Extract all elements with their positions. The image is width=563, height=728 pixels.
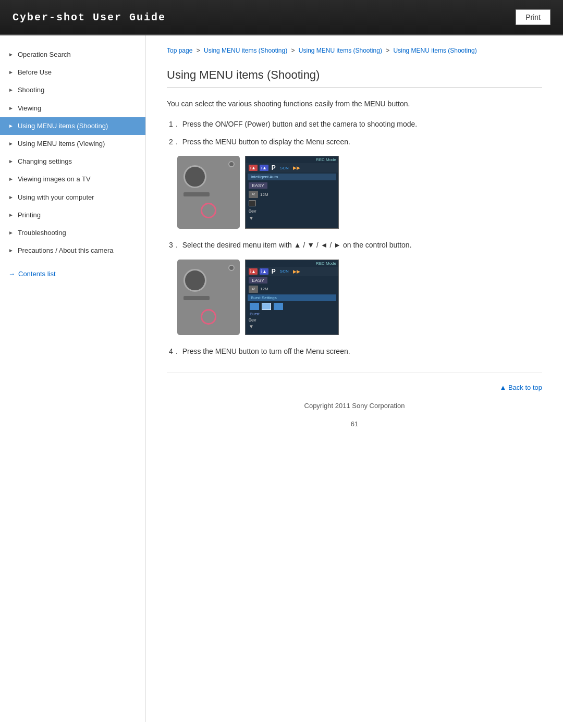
icon-scn-2: SCN	[279, 269, 290, 274]
menu-item-res-2: 4/ 12M	[246, 285, 338, 294]
arrow-icon: ►	[8, 122, 14, 130]
burst-icons-row	[246, 302, 338, 311]
step-1: 1． Press the ON/OFF (Power) button and s…	[167, 118, 542, 130]
arrow-icon: ►	[8, 105, 14, 112]
down-arrow: ▼	[249, 215, 254, 221]
icon-ia: i▲	[249, 165, 258, 171]
icon-scn: SCN	[279, 166, 290, 170]
arrow-icon: ►	[8, 158, 14, 165]
menu-item-easy: EASY	[246, 181, 338, 190]
breadcrumb-crumb2[interactable]: Using MENU items (Shooting)	[299, 47, 382, 54]
content-area: Top page > Using MENU items (Shooting) >…	[146, 35, 563, 722]
sidebar-item-using-menu-shooting[interactable]: ► Using MENU items (Shooting)	[0, 117, 145, 135]
arrow-icon: ►	[8, 69, 14, 76]
step-1-text: Press the ON/OFF (Power) button and set …	[182, 120, 418, 128]
camera-control-dial-2	[201, 309, 216, 325]
sidebar-item-changing-settings[interactable]: ► Changing settings	[0, 153, 145, 170]
ev-text: 0ev	[249, 208, 256, 214]
sidebar-item-using-menu-viewing[interactable]: ► Using MENU items (Viewing)	[0, 135, 145, 153]
intro-text: You can select the various shooting func…	[167, 98, 542, 109]
copyright-text: Copyright 2011 Sony Corporation	[167, 402, 542, 410]
sidebar-item-shooting[interactable]: ► Shooting	[0, 81, 145, 99]
intelligent-auto-label: Intelligent Auto	[248, 174, 336, 180]
breadcrumb: Top page > Using MENU items (Shooting) >…	[167, 46, 542, 56]
step-2: 2． Press the MENU button to display the …	[167, 136, 542, 147]
menu-item-arrow: ▼	[246, 215, 338, 221]
camera-lens-2	[183, 269, 206, 292]
contents-list-label: Contents list	[18, 270, 56, 278]
step-4: 4． Press the MENU button to turn off the…	[167, 346, 542, 357]
menu-item-ev: 0ev	[246, 207, 338, 215]
step-4-number: 4．	[169, 347, 180, 355]
arrow-right-icon: →	[8, 270, 15, 278]
camera-image-1	[177, 156, 240, 229]
icon-res-2: 4/	[249, 286, 258, 293]
step-3: 3． Select the desired menu item with ▲ /…	[167, 239, 542, 251]
sidebar-item-label: Shooting	[18, 85, 44, 95]
sidebar-item-viewing[interactable]: ► Viewing	[0, 100, 145, 117]
icon-ia2: i▲	[260, 165, 268, 171]
arrow-icon: ►	[8, 176, 14, 183]
step-3-text: Select the desired menu item with ▲ / ▼ …	[182, 241, 412, 249]
sidebar: ► Operation Search ► Before Use ► Shooti…	[0, 35, 146, 722]
contents-list-link[interactable]: → Contents list	[0, 264, 145, 284]
sidebar-item-label: Using with your computer	[18, 193, 94, 202]
menu-screen-1: REC Mode i▲ i▲ P SCN ▶▶ Intelligent Auto…	[245, 156, 339, 229]
print-button[interactable]: Print	[516, 9, 550, 25]
burst-icon-1	[250, 303, 259, 310]
camera-detail	[183, 192, 210, 196]
burst-icon-selected	[262, 303, 271, 310]
sidebar-item-viewing-tv[interactable]: ► Viewing images on a TV	[0, 170, 145, 188]
menu-item-easy-2: EASY	[246, 276, 338, 285]
icon-p-2: P	[271, 268, 277, 275]
footer-separator	[167, 373, 542, 373]
sidebar-item-label: Changing settings	[18, 157, 72, 166]
sidebar-item-label: Using MENU items (Viewing)	[18, 139, 105, 149]
sidebar-item-label: Precautions / About this camera	[18, 246, 114, 255]
res-text: 12M	[260, 192, 268, 197]
breadcrumb-crumb1[interactable]: Using MENU items (Shooting)	[204, 47, 287, 54]
sidebar-item-using-computer[interactable]: ► Using with your computer	[0, 189, 145, 206]
icon-movie: ▶▶	[292, 165, 301, 170]
arrow-icon: ►	[8, 51, 14, 58]
sidebar-item-operation-search[interactable]: ► Operation Search	[0, 46, 145, 64]
icon-res: 4/	[249, 191, 258, 198]
sidebar-item-label: Using MENU items (Shooting)	[18, 121, 108, 131]
image-row-1: REC Mode i▲ i▲ P SCN ▶▶ Intelligent Auto…	[177, 156, 542, 229]
icon-ia-2: i▲	[249, 268, 258, 275]
sidebar-item-label: Printing	[18, 211, 41, 220]
menu-item-res: 4/ 12M	[246, 190, 338, 199]
burst-icon-3	[274, 303, 283, 310]
sidebar-item-before-use[interactable]: ► Before Use	[0, 64, 145, 81]
footer-row: Back to top	[167, 378, 542, 397]
menu-screen-2: REC Mode i▲ i▲ P SCN ▶▶ EASY 4/ 12M	[245, 260, 339, 335]
camera-image-2	[177, 260, 240, 335]
arrow-icon: ►	[8, 140, 14, 147]
arrow-icon: ►	[8, 212, 14, 219]
sidebar-item-label: Before Use	[18, 68, 52, 77]
page-title: Using MENU items (Shooting)	[167, 68, 542, 88]
rec-mode-label: REC Mode	[246, 156, 338, 163]
page-number: 61	[167, 420, 542, 428]
main-container: ► Operation Search ► Before Use ► Shooti…	[0, 35, 563, 722]
menu-item-ev-2: 0ev	[246, 317, 338, 323]
step-1-number: 1．	[169, 120, 180, 128]
icon-p: P	[271, 164, 277, 171]
down-arrow-2: ▼	[246, 323, 338, 330]
camera-detail-2	[183, 296, 210, 300]
camera-button-2	[228, 265, 235, 271]
sidebar-item-precautions[interactable]: ► Precautions / About this camera	[0, 242, 145, 260]
breadcrumb-top-page[interactable]: Top page	[167, 47, 192, 54]
step-2-text: Press the MENU button to display the Men…	[182, 138, 350, 146]
sidebar-item-label: Troubleshooting	[18, 228, 66, 238]
menu-item-sq	[246, 199, 338, 207]
easy-tag: EASY	[249, 182, 267, 189]
res-text-2: 12M	[260, 287, 268, 291]
breadcrumb-crumb3[interactable]: Using MENU items (Shooting)	[394, 47, 477, 54]
page-header: Cyber-shot User Guide Print	[0, 0, 563, 35]
sidebar-item-troubleshooting[interactable]: ► Troubleshooting	[0, 224, 145, 242]
menu-icon-row: i▲ i▲ P SCN ▶▶	[246, 163, 338, 172]
burst-settings-label: Burst Settings	[248, 294, 336, 301]
sidebar-item-printing[interactable]: ► Printing	[0, 206, 145, 224]
back-to-top-link[interactable]: Back to top	[499, 384, 542, 391]
